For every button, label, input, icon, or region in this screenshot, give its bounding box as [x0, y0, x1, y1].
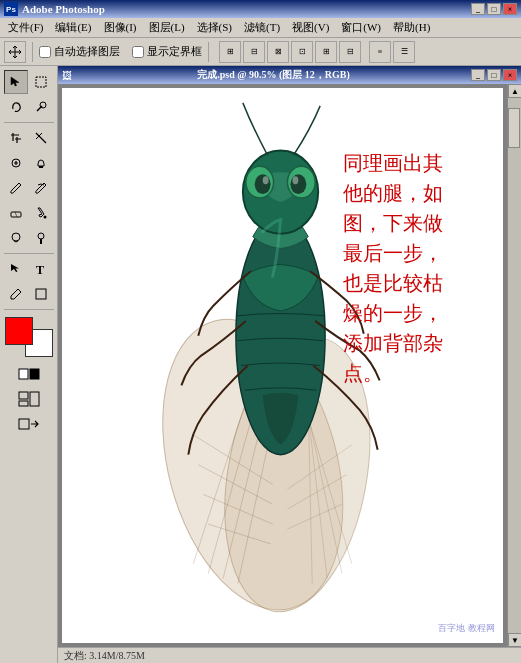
pen-tool[interactable]: [4, 282, 28, 306]
show-bounds-group: 显示定界框: [132, 44, 202, 59]
tool-row-brush: [4, 176, 53, 200]
doc-title-bar: 🖼 完成.psd @ 90.5% (图层 12，RGB) _ □ ×: [58, 66, 521, 84]
minimize-btn[interactable]: _: [471, 3, 485, 15]
tool-row-jump: [17, 412, 41, 436]
quick-mask-btn[interactable]: [17, 362, 41, 386]
doc-minimize-btn[interactable]: _: [471, 69, 485, 81]
transform-btn-5[interactable]: ⊞: [315, 41, 337, 63]
svg-point-45: [292, 176, 298, 184]
title-window-controls: _ □ ×: [471, 3, 517, 15]
jump-btn[interactable]: [17, 412, 41, 436]
doc-title: 完成.psd @ 90.5% (图层 12，RGB): [197, 68, 350, 82]
title-bar: Ps Adobe Photoshop _ □ ×: [0, 0, 521, 18]
shape-tool[interactable]: [29, 282, 53, 306]
transform-btn-4[interactable]: ⊡: [291, 41, 313, 63]
document-area: 🖼 完成.psd @ 90.5% (图层 12，RGB) _ □ ×: [58, 66, 521, 663]
marquee-tool[interactable]: [29, 70, 53, 94]
align-btn-2[interactable]: ☰: [393, 41, 415, 63]
brush-tool[interactable]: [4, 176, 28, 200]
show-bounds-checkbox[interactable]: [132, 46, 144, 58]
tool-divider-3: [4, 309, 54, 310]
transform-btn-1[interactable]: ⊞: [219, 41, 241, 63]
move-tool-btn[interactable]: [4, 41, 26, 63]
eraser-tool[interactable]: [4, 201, 28, 225]
auto-select-checkbox[interactable]: [39, 46, 51, 58]
svg-rect-6: [39, 166, 43, 168]
path-select-tool[interactable]: [4, 257, 28, 281]
scroll-down-btn[interactable]: ▼: [508, 633, 521, 647]
svg-rect-14: [19, 369, 28, 379]
healing-tool[interactable]: [4, 151, 28, 175]
transform-btn-3[interactable]: ⊠: [267, 41, 289, 63]
fill-tool[interactable]: [29, 201, 53, 225]
slice-tool[interactable]: [29, 126, 53, 150]
doc-maximize-btn[interactable]: □: [487, 69, 501, 81]
foreground-color-swatch[interactable]: [5, 317, 33, 345]
menu-edit[interactable]: 编辑(E): [49, 18, 97, 37]
transform-btn-6[interactable]: ⊟: [339, 41, 361, 63]
svg-point-43: [290, 174, 306, 194]
tool-row-pen: [4, 282, 53, 306]
tool-divider-1: [4, 122, 54, 123]
svg-rect-19: [19, 419, 29, 429]
magic-wand-tool[interactable]: [29, 95, 53, 119]
align-btn-1[interactable]: ≡: [369, 41, 391, 63]
move-tool[interactable]: [4, 70, 28, 94]
scroll-thumb[interactable]: [508, 108, 520, 148]
tool-row-mode: [17, 362, 41, 386]
menu-layer[interactable]: 图层(L): [143, 18, 191, 37]
history-brush-tool[interactable]: [29, 176, 53, 200]
menu-filter[interactable]: 滤镜(T): [238, 18, 286, 37]
maximize-btn[interactable]: □: [487, 3, 501, 15]
canvas-area: 同理画出其 他的腿，如 图，下来做 最后一步， 也是比较枯 燥的一步， 添加背部…: [58, 84, 507, 647]
tool-row-crop: [4, 126, 53, 150]
instruction-text: 同理画出其 他的腿，如 图，下来做 最后一步， 也是比较枯 燥的一步， 添加背部…: [343, 148, 483, 388]
toolbar-sep-2: [208, 42, 209, 62]
scroll-up-btn[interactable]: ▲: [508, 84, 521, 98]
dodge-tool[interactable]: [29, 226, 53, 250]
ps-logo: Ps: [4, 2, 18, 16]
svg-point-9: [12, 233, 20, 241]
tool-row-eraser: [4, 201, 53, 225]
svg-rect-15: [30, 369, 39, 379]
tool-row-path: T: [4, 257, 53, 281]
toolbar-sep-1: [32, 42, 33, 62]
svg-rect-17: [30, 392, 39, 406]
main-area: T: [0, 66, 521, 663]
doc-close-btn[interactable]: ×: [503, 69, 517, 81]
type-tool[interactable]: T: [29, 257, 53, 281]
tool-row-screen: [17, 387, 41, 411]
transform-btn-2[interactable]: ⊟: [243, 41, 265, 63]
menu-bar: 文件(F) 编辑(E) 图像(I) 图层(L) 选择(S) 滤镜(T) 视图(V…: [0, 18, 521, 38]
show-bounds-label: 显示定界框: [147, 44, 202, 59]
color-swatch-area[interactable]: [5, 317, 53, 357]
svg-rect-18: [19, 401, 28, 406]
svg-point-42: [255, 174, 271, 194]
svg-rect-13: [36, 289, 46, 299]
close-btn[interactable]: ×: [503, 3, 517, 15]
crop-tool[interactable]: [4, 126, 28, 150]
canvas-scroll-area: 同理画出其 他的腿，如 图，下来做 最后一步， 也是比较枯 燥的一步， 添加背部…: [58, 84, 521, 647]
tool-row-select: [4, 70, 53, 94]
menu-file[interactable]: 文件(F): [2, 18, 49, 37]
menu-select[interactable]: 选择(S): [191, 18, 238, 37]
menu-window[interactable]: 窗口(W): [335, 18, 387, 37]
svg-text:T: T: [36, 263, 44, 276]
lasso-tool[interactable]: [4, 95, 28, 119]
menu-help[interactable]: 帮助(H): [387, 18, 436, 37]
tool-row-blur: [4, 226, 53, 250]
vertical-scrollbar[interactable]: ▲ ▼: [507, 84, 521, 647]
auto-select-group: 自动选择图层: [39, 44, 120, 59]
svg-point-2: [40, 102, 46, 108]
canvas-wrapper: 同理画出其 他的腿，如 图，下来做 最后一步， 也是比较枯 燥的一步， 添加背部…: [62, 88, 503, 643]
status-bar: 文档: 3.14M/8.75M: [58, 647, 521, 663]
scroll-track[interactable]: [508, 98, 521, 633]
doc-window-controls: _ □ ×: [471, 69, 517, 81]
stamp-tool[interactable]: [29, 151, 53, 175]
tool-row-lasso: [4, 95, 53, 119]
menu-view[interactable]: 视图(V): [286, 18, 335, 37]
blur-tool[interactable]: [4, 226, 28, 250]
menu-image[interactable]: 图像(I): [98, 18, 143, 37]
screen-mode-btn[interactable]: [17, 387, 41, 411]
auto-select-label: 自动选择图层: [54, 44, 120, 59]
